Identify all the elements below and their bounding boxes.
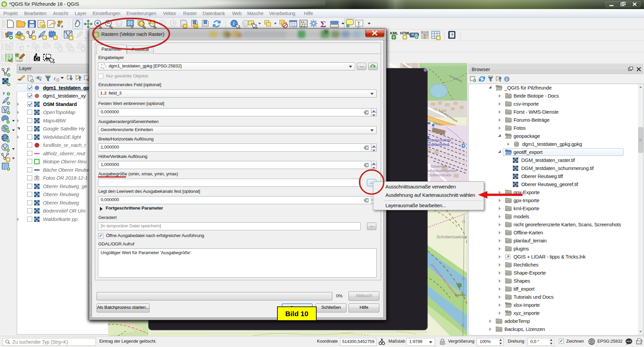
svg-text:1:1: 1:1 (117, 22, 121, 25)
svg-text:Friedrichshall: Friedrichshall (428, 138, 451, 142)
svg-text:?: ? (451, 33, 453, 38)
svg-text:ε: ε (54, 75, 56, 81)
svg-text:T: T (357, 21, 360, 26)
svg-text:Solinenstraße: Solinenstraße (429, 173, 451, 177)
svg-text:HTML: HTML (400, 31, 411, 35)
svg-text:Hauptbahnhof: Hauptbahnhof (425, 142, 449, 147)
svg-text:,: , (3, 86, 5, 96)
svg-text:Gewerbe-: Gewerbe- (431, 164, 447, 168)
svg-text:und Industriegebiet: und Industriegebiet (425, 169, 457, 173)
svg-text:Schobertswiesen: Schobertswiesen (436, 235, 467, 239)
svg-text:Σ: Σ (320, 19, 326, 29)
svg-text:i: i (233, 21, 234, 26)
svg-text:Browser: Browser (472, 66, 490, 72)
svg-text:Kochen: Kochen (455, 293, 466, 297)
svg-text:KML: KML (390, 31, 398, 35)
svg-text:a: a (61, 24, 63, 28)
